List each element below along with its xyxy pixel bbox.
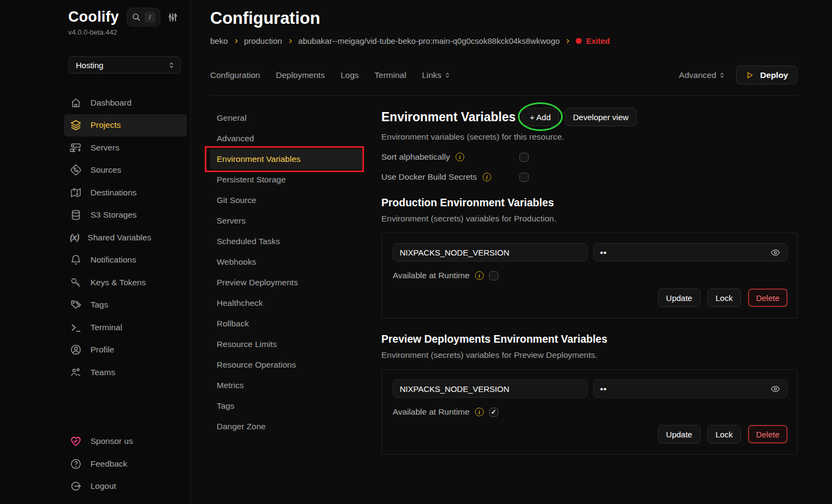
settings-sliders-icon[interactable] xyxy=(167,12,178,23)
user-circle-icon xyxy=(70,344,82,356)
delete-button[interactable]: Delete xyxy=(748,289,788,307)
lock-button[interactable]: Lock xyxy=(707,289,741,307)
sidebar-item-logout[interactable]: Logout xyxy=(64,475,187,498)
developer-view-button[interactable]: Developer view xyxy=(565,108,637,126)
breadcrumb-resource[interactable]: abubakar--meigag/vid-tube-beko-pro:main-… xyxy=(298,36,560,45)
sidebar-item-teams[interactable]: Teams xyxy=(64,361,187,384)
sort-alphabetically-row: Sort alphabetically xyxy=(381,152,797,162)
add-button[interactable]: + Add xyxy=(522,108,559,126)
docker-build-secrets-row: Use Docker Build Secrets xyxy=(381,172,797,182)
toggle-label: Use Docker Build Secrets xyxy=(381,172,477,182)
runtime-label: Available at Runtime xyxy=(393,407,470,417)
chevron-right-icon xyxy=(233,38,239,44)
delete-button[interactable]: Delete xyxy=(748,425,788,443)
update-button[interactable]: Update xyxy=(658,425,700,443)
sidebar-item-notifications[interactable]: Notifications xyxy=(64,249,187,272)
subnav-advanced[interactable]: Advanced xyxy=(210,128,364,149)
preview-section-subtitle: Environment (secrets) variables for Prev… xyxy=(381,350,797,360)
sidebar-item-label: Tags xyxy=(90,300,108,310)
subnav-environment-variables[interactable]: Environment Variables xyxy=(210,149,364,169)
info-icon[interactable] xyxy=(456,153,464,161)
tab-label: Terminal xyxy=(374,70,406,80)
sidebar-item-shared-variables[interactable]: Shared Variables xyxy=(64,226,187,249)
subnav-git-source[interactable]: Git Source xyxy=(210,190,364,211)
var-name-input[interactable]: NIXPACKS_NODE_VERSION xyxy=(393,379,588,398)
subnav-scheduled-tasks[interactable]: Scheduled Tasks xyxy=(210,231,364,252)
subnav-servers[interactable]: Servers xyxy=(210,211,364,231)
var-value-input[interactable]: •• xyxy=(593,379,788,398)
heart-icon xyxy=(70,435,82,447)
tab-label: Deployments xyxy=(276,70,324,80)
var-value-input[interactable]: •• xyxy=(593,243,788,261)
sidebar-item-projects[interactable]: Projects xyxy=(64,114,187,137)
var-name-input[interactable]: NIXPACKS_NODE_VERSION xyxy=(393,243,588,261)
search-icon xyxy=(132,12,141,22)
subnav-general[interactable]: General xyxy=(210,108,364,128)
tab-bar: Configuration Deployments Logs Terminal … xyxy=(210,66,797,84)
sidebar-item-destinations[interactable]: Destinations xyxy=(64,181,187,204)
sidebar-item-label: Shared Variables xyxy=(88,233,152,243)
sidebar-item-dashboard[interactable]: Dashboard xyxy=(64,91,187,114)
sidebar-item-servers[interactable]: Servers xyxy=(64,136,187,159)
advanced-dropdown[interactable]: Advanced xyxy=(679,70,725,80)
sidebar: Coolify / v4.0.0-beta.442 Hosting Dashbo… xyxy=(0,0,191,504)
subnav-persistent-storage[interactable]: Persistent Storage xyxy=(210,169,364,190)
deploy-button[interactable]: Deploy xyxy=(736,66,797,84)
sort-alphabetically-checkbox[interactable] xyxy=(519,153,529,162)
tab-label: Configuration xyxy=(210,70,260,80)
subnav-healthcheck[interactable]: Healthcheck xyxy=(210,293,364,313)
tab-deployments[interactable]: Deployments xyxy=(276,70,324,80)
home-icon xyxy=(70,97,82,109)
logout-icon xyxy=(70,480,82,492)
info-icon[interactable] xyxy=(475,271,484,280)
sidebar-item-profile[interactable]: Profile xyxy=(64,339,187,362)
sidebar-item-tags[interactable]: Tags xyxy=(64,294,187,317)
subnav-label: Metrics xyxy=(217,381,244,390)
subnav-resource-limits[interactable]: Resource Limits xyxy=(210,334,364,355)
runtime-checkbox[interactable] xyxy=(489,271,498,280)
tab-configuration[interactable]: Configuration xyxy=(210,70,260,80)
subnav-label: Persistent Storage xyxy=(217,175,286,184)
update-button[interactable]: Update xyxy=(658,289,700,307)
sidebar-item-keys-tokens[interactable]: Keys & Tokens xyxy=(64,271,187,294)
sidebar-item-feedback[interactable]: Feedback xyxy=(64,453,187,475)
runtime-checkbox[interactable] xyxy=(489,408,498,417)
subnav-preview-deployments[interactable]: Preview Deployments xyxy=(210,272,364,293)
sidebar-item-label: Dashboard xyxy=(90,98,132,108)
search-button[interactable]: / xyxy=(127,8,160,27)
sidebar-item-sponsor[interactable]: Sponsor us xyxy=(64,430,187,453)
eye-icon[interactable] xyxy=(770,384,781,394)
team-select[interactable]: Hosting xyxy=(68,56,181,74)
tab-logs[interactable]: Logs xyxy=(341,70,359,80)
sidebar-item-s3-storages[interactable]: S3 Storages xyxy=(64,204,187,227)
main-content: Configuration beko production abubakar--… xyxy=(191,0,832,504)
subnav-label: Environment Variables xyxy=(217,154,301,163)
eye-icon[interactable] xyxy=(770,247,781,258)
breadcrumb-team[interactable]: beko xyxy=(210,36,228,45)
tab-terminal[interactable]: Terminal xyxy=(374,70,406,80)
subnav-label: Danger Zone xyxy=(217,422,265,431)
sidebar-item-sources[interactable]: Sources xyxy=(64,159,187,182)
subnav-metrics[interactable]: Metrics xyxy=(210,375,364,396)
subnav-label: Resource Limits xyxy=(217,339,277,349)
subnav-resource-operations[interactable]: Resource Operations xyxy=(210,355,364,375)
info-icon[interactable] xyxy=(475,408,484,416)
subnav-rollback[interactable]: Rollback xyxy=(210,313,364,334)
info-icon[interactable] xyxy=(483,173,491,181)
production-section-subtitle: Environment (secrets) variables for Prod… xyxy=(381,214,797,224)
breadcrumb-environment[interactable]: production xyxy=(244,36,282,45)
sidebar-item-label: Projects xyxy=(90,120,121,130)
subnav-webhooks[interactable]: Webhooks xyxy=(210,252,364,272)
docker-build-secrets-checkbox[interactable] xyxy=(519,173,529,182)
server-icon xyxy=(70,142,82,154)
sidebar-item-terminal[interactable]: Terminal xyxy=(64,316,187,339)
sidebar-item-label: Destinations xyxy=(90,188,136,198)
subnav-danger-zone[interactable]: Danger Zone xyxy=(210,416,364,437)
subnav-tags[interactable]: Tags xyxy=(210,396,364,416)
config-subnav: General Advanced Environment Variables P… xyxy=(210,108,364,504)
chevron-updown-icon xyxy=(719,72,725,78)
tab-bar-right: Advanced Deploy xyxy=(679,66,797,84)
lock-button[interactable]: Lock xyxy=(707,425,741,443)
subnav-label: Preview Deployments xyxy=(217,278,298,287)
tab-links[interactable]: Links xyxy=(422,70,451,80)
